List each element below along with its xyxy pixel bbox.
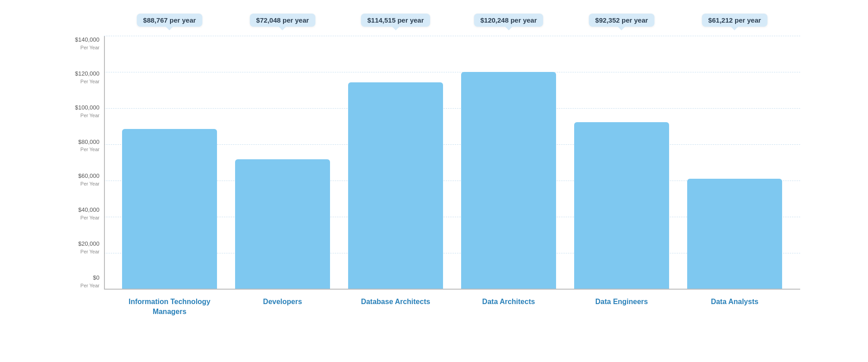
bar-group-it-managers: $88,767 per year: [122, 36, 217, 290]
bar-group-database-architects: $114,515 per year: [348, 36, 443, 290]
y-label-120k: $120,000Per Year: [50, 70, 99, 86]
y-label-0: $0Per Year: [50, 274, 99, 290]
y-label-60k: $60,000Per Year: [50, 172, 99, 188]
chart-area: $88,767 per year $72,048 per year $114,5…: [104, 36, 800, 290]
y-label-140k: $140,000Per Year: [50, 36, 99, 52]
x-label-data-architects: Data Architects: [461, 297, 556, 307]
bars-row: $88,767 per year $72,048 per year $114,5…: [104, 36, 800, 290]
x-label-database-architects: Database Architects: [348, 297, 443, 307]
y-axis: $0Per Year $20,000Per Year $40,000Per Ye…: [50, 36, 104, 290]
bar-group-developers: $72,048 per year: [235, 36, 330, 290]
bar-group-data-analysts: $61,212 per year: [687, 36, 782, 290]
chart-container: $0Per Year $20,000Per Year $40,000Per Ye…: [50, 18, 818, 344]
x-label-developers: Developers: [235, 297, 330, 307]
bar-developers[interactable]: [235, 159, 330, 290]
tooltip-developers: $72,048 per year: [250, 14, 316, 27]
x-label-data-engineers: Data Engineers: [574, 297, 669, 307]
bar-it-managers[interactable]: [122, 129, 217, 290]
x-label-data-analysts: Data Analysts: [687, 297, 782, 307]
bar-data-analysts[interactable]: [687, 179, 782, 290]
y-label-80k: $80,000Per Year: [50, 138, 99, 154]
bar-data-engineers[interactable]: [574, 122, 669, 290]
y-axis-line: [104, 36, 105, 290]
tooltip-data-analysts: $61,212 per year: [702, 14, 768, 27]
y-label-20k: $20,000Per Year: [50, 240, 99, 256]
tooltip-database-architects: $114,515 per year: [361, 14, 430, 27]
bar-data-architects[interactable]: [461, 72, 556, 290]
bar-group-data-architects: $120,248 per year: [461, 36, 556, 290]
tooltip-data-architects: $120,248 per year: [474, 14, 543, 27]
x-label-it-managers: Information Technology Managers: [122, 297, 217, 317]
x-labels: Information Technology Managers Develope…: [104, 290, 800, 344]
y-label-40k: $40,000Per Year: [50, 206, 99, 222]
y-label-100k: $100,000Per Year: [50, 104, 99, 119]
tooltip-data-engineers: $92,352 per year: [589, 14, 655, 27]
tooltip-it-managers: $88,767 per year: [137, 14, 203, 27]
bar-group-data-engineers: $92,352 per year: [574, 36, 669, 290]
bar-database-architects[interactable]: [348, 82, 443, 290]
